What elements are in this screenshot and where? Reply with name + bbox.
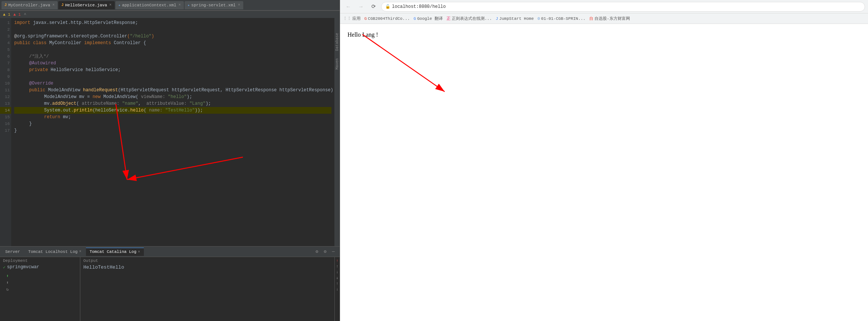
- ide-warn-bar: ▲ 1 ▲ 1 ^: [0, 10, 340, 18]
- bookmark-jumpstart[interactable]: J JumpStart Home: [495, 16, 534, 21]
- tab-applicationcontext[interactable]: ✦ applicationContext.xml ×: [115, 1, 184, 9]
- tab-helloservice[interactable]: J HelloService.java ×: [58, 1, 114, 9]
- code-line: /*注入*/: [14, 53, 331, 60]
- bookmark-icon: G: [364, 16, 367, 21]
- back-button[interactable]: ←: [343, 1, 353, 12]
- translate-icon: G: [414, 16, 416, 21]
- bookmarks-bar: ⋮⋮ 应用 G CGB2004ThirdCo... G Google 翻译 正 …: [340, 13, 868, 24]
- scroll-up-icon[interactable]: ↑: [336, 264, 339, 269]
- bottom-tab-bar: Server Tomcat Localhost Log × Tomcat Cat…: [0, 247, 340, 257]
- scroll-bottom-icon[interactable]: ⇓: [336, 275, 339, 280]
- xml-icon: ✦: [118, 3, 121, 7]
- bookmark-cgb-spring[interactable]: 0 01-01-CGB-SPRIN...: [538, 16, 586, 21]
- code-line: @Autowired: [14, 60, 331, 67]
- arrow-down-icon[interactable]: ↓: [336, 287, 339, 291]
- tab-server[interactable]: Server: [1, 248, 24, 256]
- stock-icon: 自: [589, 16, 593, 21]
- maven-label[interactable]: Maven: [335, 58, 339, 70]
- browser-panel: ← → ⟳ 🔓 localhost:8080/hello ⋮⋮ 应用 G CGB…: [340, 0, 868, 321]
- bookmark-apps[interactable]: ⋮⋮ 应用: [343, 16, 361, 21]
- settings-icon[interactable]: ⚙: [313, 248, 320, 255]
- close-icon[interactable]: ×: [179, 3, 181, 7]
- code-line: public class MyController implements Con…: [14, 40, 331, 46]
- caret-icon: ^: [24, 12, 27, 17]
- close-icon[interactable]: ×: [52, 3, 55, 7]
- bottom-icons: ⚙ ⚙ ─: [313, 248, 338, 255]
- code-line: public ModelAndView handleRequest(HttpSe…: [14, 87, 331, 94]
- browser-toolbar: ← → ⟳ 🔓 localhost:8080/hello: [340, 0, 868, 13]
- minimize-icon[interactable]: ─: [330, 248, 337, 255]
- output-text: HelloTestHello: [83, 265, 331, 270]
- ide-tab-bar: J MyController.java × J HelloService.jav…: [0, 0, 340, 10]
- deployment-item: ✓ springmvcwar: [3, 265, 77, 270]
- ide-side-panel: Database Maven: [334, 18, 340, 246]
- close-icon[interactable]: ×: [109, 3, 111, 7]
- close-icon[interactable]: ×: [79, 250, 81, 254]
- url-text: localhost:8080/hello: [392, 4, 446, 9]
- browser-page: Hello Lang !: [340, 24, 868, 321]
- code-line: [14, 46, 331, 53]
- bookmark-cgb2004[interactable]: G CGB2004ThirdCo...: [364, 16, 410, 21]
- ide-panel: J MyController.java × J HelloService.jav…: [0, 0, 340, 321]
- config-icon[interactable]: ⚙: [322, 248, 328, 255]
- scroll-down-icon[interactable]: ↓: [336, 270, 339, 274]
- error-icon: ▲ 1: [13, 12, 21, 17]
- deploy-refresh-icon[interactable]: ↻: [4, 286, 10, 292]
- url-bar[interactable]: 🔓 localhost:8080/hello: [381, 2, 865, 12]
- clear-output-icon[interactable]: ↑: [336, 259, 339, 263]
- code-line: }: [14, 120, 331, 127]
- deployment-header: Deployment: [3, 259, 77, 263]
- deployment-column: Deployment ✓ springmvcwar ⬆ ⬆ ↻: [0, 257, 80, 321]
- close-icon[interactable]: ×: [138, 250, 140, 254]
- code-line: [14, 73, 331, 80]
- code-line: mv.addObject( attributeName: "name", att…: [14, 100, 331, 107]
- forward-button[interactable]: →: [356, 1, 366, 12]
- xml-icon: ✦: [188, 3, 190, 7]
- refresh-button[interactable]: ⟳: [368, 1, 379, 12]
- code-line: import javax.servlet.http.HttpServletRes…: [14, 19, 331, 26]
- code-line: @org.springframework.stereotype.Controll…: [14, 33, 331, 40]
- code-line: return mv;: [14, 114, 331, 120]
- lock-icon: 🔓: [385, 4, 390, 9]
- output-header: Output: [83, 259, 331, 263]
- arrow-up-icon[interactable]: ↑: [336, 281, 339, 286]
- regex-icon: 正: [447, 16, 451, 21]
- tab-tomcat-localhost[interactable]: Tomcat Localhost Log ×: [25, 248, 85, 256]
- java-icon: J: [61, 3, 64, 7]
- code-content[interactable]: import javax.servlet.http.HttpServletRes…: [11, 18, 334, 246]
- code-editor[interactable]: 1 2 3 4 5 6 7 8 9 10 11 12 13 14 15 16 1…: [0, 18, 334, 246]
- page-text: Hello Lang !: [347, 31, 861, 38]
- tab-tomcat-catalina[interactable]: Tomcat Catalina Log ×: [86, 248, 144, 256]
- bookmark-regex[interactable]: 正 正则表达式在线测...: [447, 16, 492, 21]
- tab-springservlet[interactable]: ✦ spring-servlet.xml ×: [185, 1, 243, 9]
- output-column: Output HelloTestHello: [80, 257, 334, 321]
- database-label[interactable]: Database: [335, 33, 339, 51]
- check-icon: ✓: [3, 265, 6, 270]
- bottom-content: Deployment ✓ springmvcwar ⬆ ⬆ ↻ Output H…: [0, 257, 340, 321]
- apps-icon: ⋮⋮: [343, 16, 351, 21]
- spring-icon: 0: [538, 16, 540, 21]
- code-line: [14, 26, 331, 33]
- code-line: ModelAndView mv = new ModelAndView( view…: [14, 94, 331, 100]
- deploy-neutral-icon[interactable]: ⬆: [4, 279, 10, 285]
- code-line-highlighted: System.out.println(helloService.hello( n…: [14, 107, 331, 114]
- bookmark-eastmoney[interactable]: 自 自选股-东方财富网: [589, 16, 630, 21]
- deploy-up-icon[interactable]: ⬆: [4, 273, 10, 279]
- warning-icon: ▲ 1: [3, 12, 10, 17]
- bookmark-google-translate[interactable]: G Google 翻译: [414, 16, 443, 21]
- line-numbers: 1 2 3 4 5 6 7 8 9 10 11 12 13 14 15 16 1…: [0, 18, 11, 246]
- bottom-panel: Server Tomcat Localhost Log × Tomcat Cat…: [0, 246, 340, 321]
- code-line: private HelloService helloService;: [14, 67, 331, 73]
- close-icon[interactable]: ×: [238, 3, 240, 7]
- tab-mycontroller[interactable]: J MyController.java ×: [1, 1, 58, 9]
- output-controls: ↑ ↑ ↓ ⇓ ↑ ↓: [334, 257, 340, 321]
- code-line: }: [14, 127, 331, 134]
- jumpstart-icon: J: [495, 16, 498, 21]
- java-icon: J: [4, 3, 7, 7]
- code-line: @Override: [14, 80, 331, 87]
